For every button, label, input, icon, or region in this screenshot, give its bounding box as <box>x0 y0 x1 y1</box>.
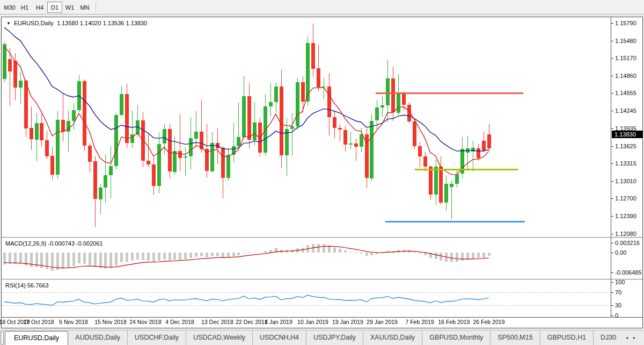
axis-tick <box>611 292 613 293</box>
chevron-down-icon[interactable]: ▼ <box>6 21 11 26</box>
price-axis-label: 1.13625 <box>615 143 636 149</box>
axis-tick <box>611 93 613 94</box>
rsi-axis-label: 0 <box>615 312 618 319</box>
date-axis-label: 19 Jan 2019 <box>332 319 363 325</box>
axis-tick <box>611 58 613 59</box>
date-axis-label: 1 Jan 2019 <box>265 319 292 325</box>
axis-tick <box>611 76 613 76</box>
axis-tick <box>611 41 613 41</box>
toolbar-separator <box>96 2 96 12</box>
price-axis-label: 1.15480 <box>615 38 636 44</box>
axis-tick <box>611 305 613 306</box>
symbol-tab-bar: EURUSD,DailyAUDUSD,DailyUSDCHF,DailyUSDC… <box>0 330 644 345</box>
date-axis-label: 13 Dec 2018 <box>201 319 233 325</box>
rsi-axis-label: 30 <box>615 302 621 308</box>
axis-tick <box>611 234 613 234</box>
date-axis-label: 22 Dec 2018 <box>236 319 268 325</box>
symbol-tab-sp500[interactable]: SP500,M15 <box>490 330 539 345</box>
rsi-axis-label: 100 <box>615 279 625 285</box>
symbol-tab-audusd[interactable]: AUDUSD,Daily <box>68 330 127 345</box>
chart-window: ▼EURUSD,Daily 1.13580 1.14020 1.13536 1.… <box>1 17 643 328</box>
symbol-tab-usdcnh[interactable]: USDCNH,H4 <box>252 330 306 345</box>
symbol-tab-usdcad[interactable]: USDCAD,Weekly <box>186 330 252 345</box>
date-axis-label: 7 Feb 2019 <box>405 319 434 325</box>
price-axis-label: 1.15170 <box>615 55 636 61</box>
tab-scroll-arrows: ◂▸ <box>621 330 641 345</box>
rsi-pane-canvas[interactable] <box>2 281 611 317</box>
macd-axis-label: 0.00 <box>615 249 626 256</box>
price-axis-label: 1.12080 <box>615 231 636 237</box>
macd-label: MACD(12,26,9) -0.000743 -0.002061 <box>5 240 103 247</box>
pane-separator-macd[interactable] <box>2 237 642 238</box>
axis-tick <box>611 111 613 111</box>
axis-tick <box>611 163 613 164</box>
symbol-tab-dj30[interactable]: DJ30,H4 <box>593 330 617 345</box>
date-axis-label: 10 Jan 2019 <box>297 319 328 325</box>
axis-tick <box>611 128 613 129</box>
price-axis-label: 1.13010 <box>615 178 636 184</box>
price-axis-label: 1.14555 <box>615 90 636 96</box>
date-axis-label: 27 Oct 2018 <box>23 319 54 325</box>
timeframe-button-h4[interactable]: H4 <box>32 2 47 13</box>
price-axis-label: 1.15790 <box>615 20 636 26</box>
timeframe-button-mn[interactable]: MN <box>77 2 92 13</box>
macd-axis-label: -0.006485 <box>615 269 642 276</box>
timeframe-button-d1[interactable]: D1 <box>47 2 62 13</box>
price-chart-canvas[interactable] <box>2 17 611 237</box>
tab-strip-grip[interactable] <box>1 332 4 344</box>
axis-tick <box>611 272 613 273</box>
rsi-axis-label: 70 <box>615 289 621 296</box>
axis-tick <box>611 253 613 253</box>
price-axis-label: 1.13315 <box>615 160 636 167</box>
macd-axis-label: 0.003216 <box>615 240 640 246</box>
date-axis-label: 4 Dec 2018 <box>165 319 194 325</box>
date-axis-label: 26 Feb 2019 <box>473 319 505 325</box>
tab-scroll-right-icon[interactable]: ▸ <box>633 335 641 340</box>
price-axis-label: 1.12390 <box>615 213 636 219</box>
timeframe-button-w1[interactable]: W1 <box>62 2 77 13</box>
axis-tick <box>611 23 613 24</box>
date-axis-label: 29 Jan 2019 <box>367 319 398 325</box>
date-axis-label: 24 Nov 2018 <box>129 319 162 325</box>
timeframe-toolbar: M30H1H4D1W1MN <box>0 0 644 15</box>
timeframe-button-h1[interactable]: H1 <box>17 2 32 13</box>
axis-tick <box>611 216 613 217</box>
axis-tick <box>611 315 613 316</box>
axis-tick <box>611 198 613 199</box>
symbol-tab-gbpusd[interactable]: GBPUSD,Monthly <box>422 330 490 345</box>
price-axis-label: 1.14860 <box>615 73 636 79</box>
date-axis-label: 15 Nov 2018 <box>94 319 127 325</box>
rsi-label: RSI(14) 56.7663 <box>5 282 49 289</box>
pane-separator-rsi[interactable] <box>2 279 642 280</box>
tab-scroll-left-icon[interactable]: ◂ <box>626 335 633 340</box>
axis-tick <box>611 282 613 283</box>
symbol-tab-usdjpy[interactable]: USDJPY,Daily <box>306 330 363 345</box>
axis-tick <box>611 146 613 147</box>
quote-line: ▼EURUSD,Daily 1.13580 1.14020 1.13536 1.… <box>6 20 147 26</box>
symbol-tab-usdchf[interactable]: USDCHF,Daily <box>127 330 186 345</box>
date-axis-label: 16 Feb 2019 <box>438 319 470 325</box>
price-axis-label: 1.12700 <box>615 195 636 202</box>
axis-tick <box>611 181 613 182</box>
axis-tick <box>611 243 613 243</box>
symbol-tab-eurusd[interactable]: EURUSD,Daily <box>5 331 68 345</box>
date-axis-label: 6 Nov 2018 <box>59 319 88 325</box>
timeframe-button-m30[interactable]: M30 <box>2 2 17 13</box>
symbol-period-label: EURUSD,Daily <box>14 20 54 26</box>
current-price-tag: 1.13830 <box>612 131 643 138</box>
price-axis-label: 1.14245 <box>615 107 636 114</box>
ohlc-values: 1.13580 1.14020 1.13536 1.13830 <box>57 20 147 26</box>
symbol-tab-xauusd[interactable]: XAUUSD,Daily <box>363 330 422 345</box>
symbol-tab-gbpusd[interactable]: GBPUSD,H1 <box>540 330 593 345</box>
